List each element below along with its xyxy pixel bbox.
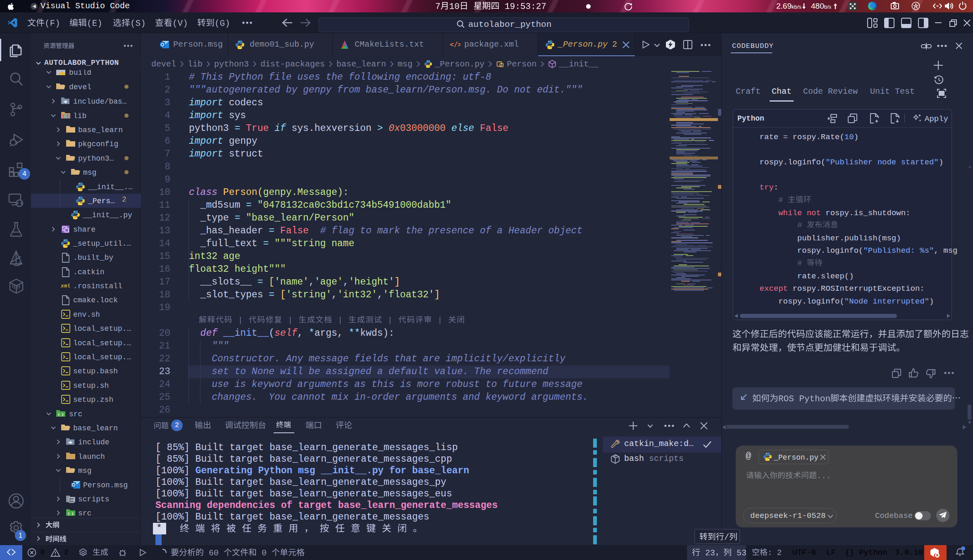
svg-text:<>: <> — [70, 498, 74, 502]
svg-text:xml: xml — [61, 282, 70, 289]
svg-text:</>: </> — [450, 40, 460, 48]
